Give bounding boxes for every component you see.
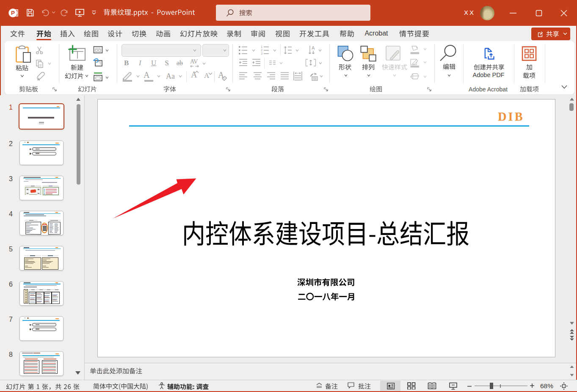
svg-text:3: 3 <box>261 52 262 55</box>
svg-text:A: A <box>312 45 315 50</box>
svg-text:P: P <box>11 10 15 16</box>
